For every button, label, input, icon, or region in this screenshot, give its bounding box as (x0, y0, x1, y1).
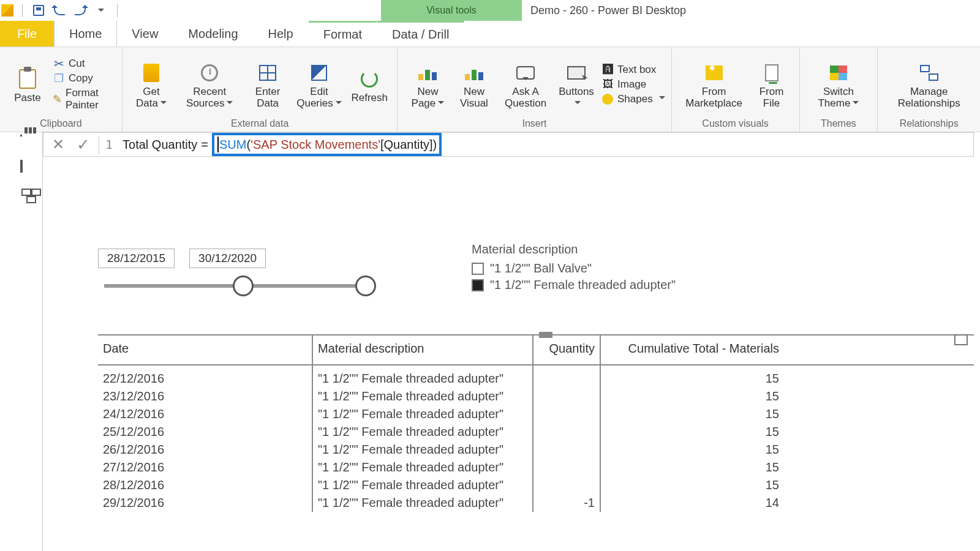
undo-button[interactable] (52, 3, 67, 18)
start-date-input[interactable]: 28/12/2015 (98, 249, 175, 268)
cell-material: "1 1/2"" Female threaded adupter" (312, 405, 533, 423)
material-slicer[interactable]: Material description "1 1/2"" Ball Valve… (472, 242, 676, 293)
cut-label: Cut (69, 58, 85, 70)
redo-button[interactable] (73, 3, 88, 18)
new-page-button[interactable]: New Page (404, 59, 451, 109)
buttons-button[interactable]: Buttons (555, 59, 598, 109)
shapes-button[interactable]: Shapes (601, 93, 665, 105)
new-visual-button[interactable]: New Visual (452, 59, 497, 109)
marketplace-icon (706, 66, 723, 80)
cell-cumulative: 15 (600, 459, 784, 476)
format-painter-button[interactable]: ✎Format Painter (53, 87, 116, 111)
ribbon: Paste ✂Cut ❐Copy ✎Format Painter Clipboa… (0, 47, 980, 132)
enter-data-button[interactable]: Enter Data (245, 59, 290, 109)
tab-help[interactable]: Help (254, 21, 309, 47)
copy-icon: ❐ (53, 73, 65, 84)
date-slicer[interactable]: 28/12/2015 30/12/2020 (98, 249, 417, 288)
refresh-button[interactable]: Refresh (348, 66, 391, 104)
chevron-down-icon (227, 101, 233, 107)
slicer-item[interactable]: "1 1/2"" Ball Valve" (472, 260, 676, 277)
slicer-item-label: "1 1/2"" Female threaded adupter" (490, 278, 676, 292)
data-view-button[interactable] (20, 160, 23, 173)
table-visual[interactable]: Date Material description Quantity Cumul… (98, 334, 974, 512)
ask-question-button[interactable]: Ask A Question (496, 59, 555, 109)
get-data-button[interactable]: Get Data (129, 59, 174, 109)
col-header-cumulative[interactable]: Cumulative Total - Materials (600, 335, 784, 365)
table-row[interactable]: 28/12/2016"1 1/2"" Female threaded adupt… (98, 476, 974, 494)
format-painter-label: Format Painter (66, 87, 116, 111)
checkbox-icon (472, 279, 484, 291)
qat-customize-button[interactable] (94, 3, 108, 18)
text-cursor (217, 137, 219, 152)
tab-modeling[interactable]: Modeling (173, 21, 253, 47)
tab-view[interactable]: View (117, 21, 173, 47)
switch-theme-button[interactable]: Switch Theme (806, 59, 872, 109)
ribbon-group-clipboard: Paste ✂Cut ❐Copy ✎Format Painter Clipboa… (0, 47, 123, 132)
scroll-handle[interactable] (539, 332, 552, 338)
tab-file[interactable]: File (0, 21, 54, 47)
copy-button[interactable]: ❐Copy (53, 72, 116, 84)
save-button[interactable] (31, 3, 46, 18)
cut-button[interactable]: ✂Cut (53, 58, 116, 70)
slider-handle-end[interactable] (355, 276, 376, 296)
buttons-label: Buttons (557, 86, 595, 109)
focus-mode-button[interactable] (954, 334, 968, 345)
text-box-button[interactable]: 🅰Text box (601, 64, 665, 76)
cancel-formula-button[interactable]: ✕ (52, 136, 64, 153)
table-row[interactable]: 27/12/2016"1 1/2"" Female threaded adupt… (98, 459, 974, 476)
formula-bar[interactable]: ✕ ✓ 1 Total Quantity = SUM ( 'SAP Stock … (43, 132, 974, 157)
table-row[interactable]: 26/12/2016"1 1/2"" Female threaded adupt… (98, 441, 974, 459)
ribbon-tabs: File Home View Modeling Help Format Data… (0, 21, 980, 47)
edit-queries-label: Edit Queries (293, 86, 345, 109)
text-box-label: Text box (617, 64, 656, 76)
col-header-quantity[interactable]: Quantity (533, 335, 600, 365)
manage-relationships-button[interactable]: Manage Relationships (884, 59, 974, 109)
end-date-input[interactable]: 30/12/2020 (189, 249, 266, 268)
tab-home[interactable]: Home (54, 21, 117, 47)
col-header-date[interactable]: Date (98, 335, 312, 365)
theme-icon (830, 66, 847, 80)
cell-cumulative: 15 (600, 441, 784, 459)
cell-date: 26/12/2016 (98, 441, 312, 459)
image-label: Image (617, 78, 646, 91)
new-visual-icon (465, 66, 483, 80)
commit-formula-button[interactable]: ✓ (77, 135, 90, 154)
from-file-button[interactable]: From File (750, 59, 793, 109)
col-header-material[interactable]: Material description (312, 335, 533, 365)
table-row[interactable]: 29/12/2016"1 1/2"" Female threaded adupt… (98, 494, 974, 512)
cell-cumulative: 15 (600, 423, 784, 441)
view-rail (0, 132, 43, 551)
slider-handle-start[interactable] (233, 276, 254, 296)
image-button[interactable]: 🖼Image (601, 78, 665, 91)
cell-date: 22/12/2016 (98, 365, 312, 388)
buttons-icon (567, 66, 586, 80)
table-row[interactable]: 25/12/2016"1 1/2"" Female threaded adupt… (98, 423, 974, 441)
column-reference: [Quantity] (380, 138, 433, 152)
paste-button[interactable]: Paste (6, 66, 49, 104)
recent-sources-button[interactable]: Recent Sources (174, 59, 245, 109)
formula-content[interactable]: Total Quantity = SUM ( 'SAP Stock Moveme… (119, 133, 445, 156)
report-view-button[interactable] (20, 135, 22, 137)
cell-material: "1 1/2"" Female threaded adupter" (312, 388, 533, 405)
table-row[interactable]: 24/12/2016"1 1/2"" Female threaded adupt… (98, 405, 974, 423)
refresh-label: Refresh (351, 92, 388, 104)
from-marketplace-button[interactable]: From Marketplace (678, 59, 750, 109)
table-row[interactable]: 22/12/2016"1 1/2"" Female threaded adupt… (98, 365, 974, 388)
chevron-down-icon (659, 96, 665, 102)
tab-format[interactable]: Format (309, 21, 377, 47)
report-canvas: ✕ ✓ 1 Total Quantity = SUM ( 'SAP Stock … (43, 132, 980, 551)
cell-date: 27/12/2016 (98, 459, 312, 476)
cell-quantity (533, 459, 600, 476)
chevron-down-icon (160, 101, 167, 107)
ribbon-group-insert: New Page New Visual Ask A Question Butto… (398, 47, 671, 132)
image-icon: 🖼 (601, 79, 614, 90)
slicer-item[interactable]: "1 1/2"" Female threaded adupter" (472, 277, 676, 293)
tab-data-drill[interactable]: Data / Drill (377, 21, 464, 47)
slicer-title: Material description (472, 242, 676, 257)
contextual-tab-group: Visual tools (381, 0, 522, 21)
edit-queries-button[interactable]: Edit Queries (290, 59, 348, 109)
slider-track[interactable] (104, 284, 374, 288)
table-row[interactable]: 23/12/2016"1 1/2"" Female threaded adupt… (98, 388, 974, 405)
chevron-down-icon (336, 101, 342, 107)
cell-quantity (533, 423, 600, 441)
